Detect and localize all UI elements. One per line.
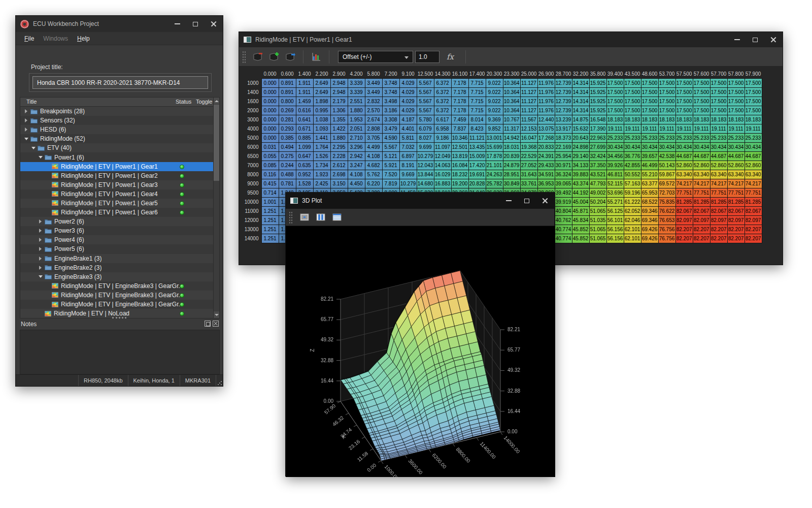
grid-cell[interactable]: 5.780 [417,115,434,124]
grid-cell[interactable]: 9.852 [486,124,503,133]
grid-cell[interactable]: 17.500 [727,106,745,115]
grid-cell[interactable]: 76.756 [658,234,675,243]
grid-cell[interactable]: 18.183 [606,115,624,124]
expand-icon[interactable] [25,109,27,113]
grid-cell[interactable]: 36.953 [537,179,555,188]
grid-cell[interactable]: 9.699 [417,142,434,151]
grid-cell[interactable]: 56.156 [606,225,624,234]
grid-cell[interactable]: 11.976 [537,97,555,106]
grid-cell[interactable]: 17.500 [606,78,624,87]
grid-cell[interactable]: 4.682 [365,161,382,170]
grid-cell[interactable]: 1.923 [313,170,330,179]
tree-item[interactable]: Power2 (6) [20,217,219,226]
grid-cell[interactable]: 0.116 [261,170,279,179]
grid-cell[interactable]: 25.233 [727,133,745,142]
grid-cell[interactable]: 69.426 [641,225,658,234]
grid-cell[interactable]: 7.837 [451,124,468,133]
grid-cell[interactable]: 17.500 [606,106,624,115]
grid-cell[interactable]: 19.111 [727,124,745,133]
main-titlebar[interactable]: ECU Workbench Project [16,16,223,32]
grid-cell[interactable]: 2.179 [330,97,348,106]
grid-cell[interactable]: 22.169 [555,142,572,151]
grid-cell[interactable]: 45.852 [572,234,589,243]
grid-cell[interactable]: 6.958 [434,124,451,133]
grid-cell[interactable]: 40.774 [555,234,572,243]
grid-cell[interactable]: 46.499 [641,161,658,170]
collapse-icon[interactable] [31,147,36,149]
grid-cell[interactable]: 17.878 [486,151,503,161]
grid-cell[interactable]: 16.047 [520,133,537,142]
grid-cell[interactable]: 17.500 [624,106,641,115]
grid-cell[interactable]: 5.811 [399,133,417,142]
grid-cell[interactable]: 19.200 [451,179,468,188]
grid-cell[interactable]: 10.364 [503,97,520,106]
grid-cell[interactable]: 3.449 [365,78,382,87]
grid-cell[interactable]: 30.434 [745,142,762,151]
grid-cell[interactable]: 25.233 [693,133,710,142]
grid-cell[interactable]: 39.657 [641,151,658,161]
grid-cell[interactable]: 17.500 [658,106,675,115]
tree-item[interactable]: RidingMode | ETV | Power1 | Gear4 [20,189,219,199]
grid-row-header[interactable]: 14000 [243,234,261,243]
grid-cell[interactable]: 1.422 [330,124,348,133]
grid-cell[interactable]: 17.500 [641,106,658,115]
grid-cell[interactable]: 0.085 [261,161,279,170]
grid-cell[interactable]: 7.819 [382,179,399,188]
grid-col-header[interactable]: 26.900 [537,70,555,78]
maximize-button[interactable] [186,16,205,32]
tree-item[interactable]: HESD (6) [20,125,219,134]
scroll-down-button[interactable] [214,311,219,318]
tree-item[interactable]: EngineBrake2 (3) [20,263,219,272]
grid-cell[interactable]: 14.875 [572,115,589,124]
grid-cell[interactable]: 39.926 [606,161,624,170]
grid-cell[interactable]: 19.111 [745,124,762,133]
grid-row-header[interactable]: 10000 [243,197,261,206]
grid-cell[interactable]: 0.031 [261,142,279,151]
grid-cell[interactable]: 2.698 [330,170,348,179]
expand-icon[interactable] [39,266,42,270]
grid-cell[interactable]: 3.748 [382,87,399,97]
grid-cell[interactable]: 44.687 [710,151,727,161]
expand-icon[interactable] [39,229,42,233]
grid-cell[interactable]: 6.372 [434,87,451,97]
grid-cell[interactable]: 76.756 [658,225,675,234]
grid-cell[interactable]: 0.269 [279,106,296,115]
grid-cell[interactable]: 46.811 [606,170,624,179]
grid-cell[interactable]: 12.739 [555,106,572,115]
grid-cell[interactable]: 12.440 [537,115,555,124]
grid-cell[interactable]: 0.647 [296,151,313,161]
grid-cell[interactable]: 5.567 [382,142,399,151]
grid-cell[interactable]: 77.751 [675,188,693,197]
grid-cell[interactable]: 2.674 [365,115,382,124]
grid-cell[interactable]: 13.844 [417,170,434,179]
grid-cell[interactable]: 0.000 [261,115,279,124]
grid-col-header[interactable]: 4.200 [348,70,365,78]
grid-row-header[interactable]: 9000 [243,179,261,188]
grid-col-header[interactable]: 17.400 [468,70,486,78]
grid-cell[interactable]: 82.207 [745,234,762,243]
grid-cell[interactable]: 19.111 [641,124,658,133]
grid-cell[interactable]: 74.217 [675,179,693,188]
grid-cell[interactable]: 40.804 [555,206,572,215]
grid-cell[interactable]: 17.500 [675,87,693,97]
grid-cell[interactable]: 25.954 [555,151,572,161]
grid-cell[interactable]: 1.528 [296,179,313,188]
grid-cell[interactable]: 15.632 [572,124,589,133]
grid-cell[interactable]: 51.035 [589,215,606,225]
grid-cell[interactable]: 25.233 [710,133,727,142]
grid-cell[interactable]: 1.001 [261,197,279,206]
grid-cell[interactable]: 3.339 [348,78,365,87]
grid-row-header[interactable]: 12000 [243,215,261,225]
grid-cell[interactable]: 18.373 [555,133,572,142]
grid-cell[interactable]: 62.101 [624,225,641,234]
grid-cell[interactable]: 24.898 [572,142,589,151]
notes-textarea[interactable] [20,330,220,374]
grid-cell[interactable]: 17.500 [727,78,745,87]
grid-cell[interactable]: 4.029 [399,78,417,87]
grid-cell[interactable]: 44.687 [745,151,762,161]
grid-cell[interactable]: 17.500 [745,78,762,87]
grid-cell[interactable]: 56.125 [606,206,624,215]
grid-col-header[interactable]: 14.300 [434,70,451,78]
grid-cell[interactable]: 62.052 [624,206,641,215]
grid-cell[interactable]: 14.314 [572,97,589,106]
